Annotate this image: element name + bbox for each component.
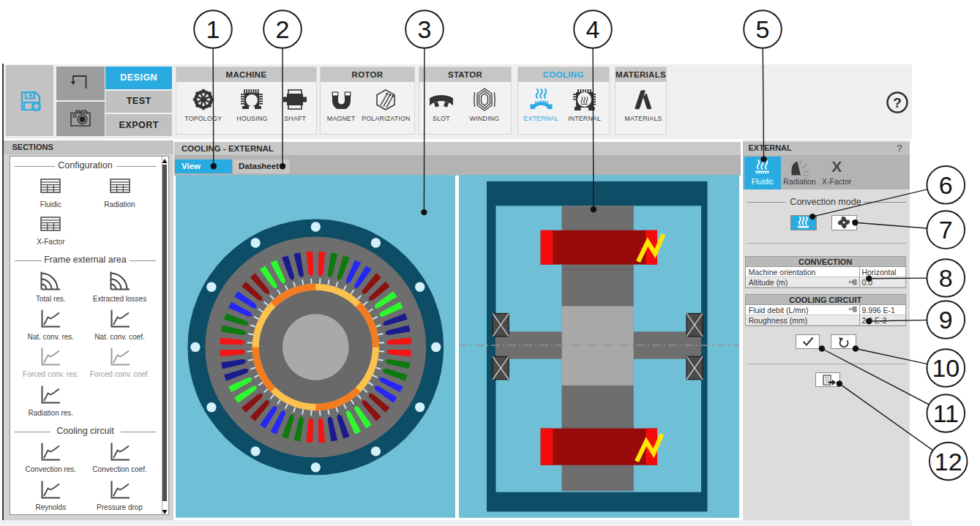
svg-text:9: 9: [939, 306, 953, 334]
svg-text:10: 10: [932, 354, 960, 382]
svg-text:3: 3: [418, 15, 432, 43]
svg-text:11: 11: [933, 399, 959, 427]
svg-text:12: 12: [935, 448, 962, 476]
svg-text:5: 5: [756, 15, 770, 43]
svg-text:4: 4: [586, 15, 600, 43]
svg-text:7: 7: [939, 216, 953, 244]
svg-text:?: ?: [893, 94, 902, 110]
svg-text:2: 2: [276, 15, 290, 43]
svg-text:6: 6: [939, 171, 953, 199]
svg-text:8: 8: [939, 264, 953, 292]
svg-text:1: 1: [206, 15, 220, 43]
